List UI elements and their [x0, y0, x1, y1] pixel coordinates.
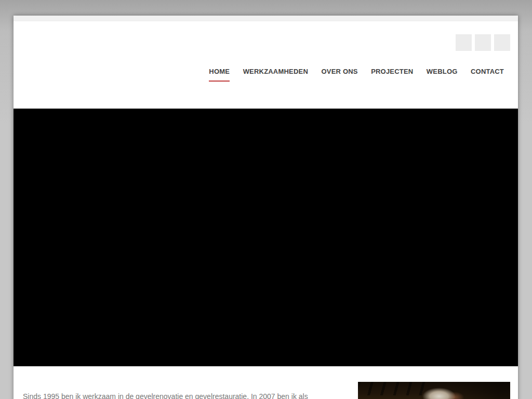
intro-paragraph: Sinds 1995 ben ik werkzaam in de gevelre… [23, 391, 351, 399]
social-icon-2[interactable] [475, 34, 491, 51]
social-icon-3[interactable] [494, 34, 510, 51]
page-top-strip [14, 16, 518, 21]
nav-item-werkzaamheden[interactable]: WERKZAAMHEDEN [243, 68, 308, 81]
site-header: HOME WERKZAAMHEDEN OVER ONS PROJECTEN WE… [14, 21, 518, 109]
hero-slider[interactable] [14, 109, 518, 366]
nav-item-contact[interactable]: CONTACT [471, 68, 504, 81]
intro-section: Sinds 1995 ben ik werkzaam in de gevelre… [14, 366, 518, 399]
main-navigation: HOME WERKZAAMHEDEN OVER ONS PROJECTEN WE… [209, 66, 504, 82]
nav-item-projecten[interactable]: PROJECTEN [371, 68, 413, 81]
site-page: HOME WERKZAAMHEDEN OVER ONS PROJECTEN WE… [14, 16, 518, 399]
intro-photo [358, 382, 510, 399]
nav-item-home[interactable]: HOME [209, 68, 230, 82]
nav-item-over-ons[interactable]: OVER ONS [321, 68, 357, 81]
social-icons-row [456, 34, 510, 51]
nav-item-weblog[interactable]: WEBLOG [427, 68, 458, 81]
social-icon-1[interactable] [456, 34, 472, 51]
desktop-background: HOME WERKZAAMHEDEN OVER ONS PROJECTEN WE… [0, 0, 532, 399]
